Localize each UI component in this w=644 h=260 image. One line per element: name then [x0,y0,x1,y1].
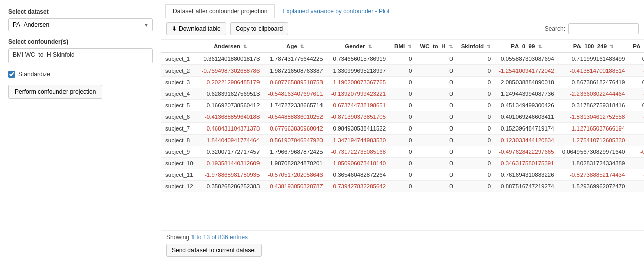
col-header-pa2[interactable]: PA_2… ⇅ [629,40,644,53]
table-cell: 1.802831724334389 [558,158,629,169]
col-header-pa100[interactable]: PA_100_249 ⇅ [558,40,629,53]
table-cell: -0.677663830960042 [264,123,327,135]
table-cell: 0.358268286252383 [198,181,264,192]
table-cell: 0 [457,53,495,65]
table-cell: -0.468431104371378 [198,123,264,135]
table-cell: 0 [390,123,416,135]
table-cell: -0.475 [629,65,644,77]
table-cell: -1.127165037666194 [558,123,629,135]
table-row: subject_50.1669207385604121.747272338665… [161,100,644,111]
table-cell: 0 [416,100,457,111]
toolbar: ⬇ Download table Copy to clipboard Searc… [161,18,644,40]
table-cell: -0.413688859640188 [198,111,264,123]
table-cell: 0 [390,181,416,192]
table-row: subject_120.358268286252383-0.4381930503… [161,181,644,192]
table-cell: -0.544888836010252 [264,111,327,123]
table-cell: 1.787431775644225 [264,53,327,65]
col-header-skinfold[interactable]: Skinfold ⇅ [457,40,495,53]
table-cell: -0.561907046547920 [264,135,327,146]
table-cell: 0 [416,53,457,65]
table-cell: 0.401069246603411 [495,111,558,123]
table-cell: 0 [416,65,457,77]
standardize-checkbox[interactable] [8,71,15,78]
table-cell: 1.249443994087736 [495,88,558,100]
table-cell: subject_9 [161,146,198,158]
table-cell: 0 [457,158,495,169]
tab-explained[interactable]: Explained variance by confounder - Plot [275,4,397,18]
col-header-andersen[interactable]: Andersen ⇅ [198,40,264,53]
table-row: subject_3-0.202212906485179-0.6077658895… [161,77,644,88]
select-dataset-label: Select dataset [8,8,153,15]
standardize-label: Standardize [18,71,50,78]
copy-label: Copy to clipboard [236,25,283,32]
table-cell: subject_10 [161,158,198,169]
download-label: Download table [179,25,221,32]
table-cell: 0 [390,135,416,146]
table-row: subject_11-1.978868981780935-0.570517202… [161,169,644,181]
table-cell: 0 [390,65,416,77]
confounders-box[interactable]: BMI WC_to_H Skinfold [8,48,153,63]
table-cell: 2.085038884890018 [495,77,558,88]
select-confounder-label: Select confounder(s) [8,38,153,45]
standardize-row: Standardize [8,71,153,78]
table-cell: 0 [457,100,495,111]
search-input[interactable] [568,23,639,34]
data-table: Andersen ⇅ Age ⇅ Gender ⇅ BMI ⇅ WC_to_H … [161,40,644,192]
table-cell: 1.987216508763387 [264,65,327,77]
table-cell: -0.0080 [629,146,644,158]
table-cell: -1.190200073367765 [327,77,390,88]
table-cell: subject_2 [161,65,198,77]
table-cell: -1.831304612752558 [558,111,629,123]
table-cell: 0 [390,111,416,123]
table-cell: 0 [416,181,457,192]
search-row: Search: [545,23,639,34]
table-cell: -0.739427832285642 [327,181,390,192]
table-cell: subject_11 [161,169,198,181]
table-cell: 1.987082824870201 [264,158,327,169]
table-cell: subject_8 [161,135,198,146]
table-cell: 0 [416,88,457,100]
table-cell: 0.867386182476419 [558,77,629,88]
table-row: subject_10.36124018800181731.78743177564… [161,53,644,65]
table-row: subject_6-0.413688859640188-0.5448888360… [161,111,644,123]
table-cell: 0.984930538411522 [327,123,390,135]
table-cell: 0.451349499300426 [495,100,558,111]
table-cell: -1.844040941774464 [198,135,264,146]
col-header-gender[interactable]: Gender ⇅ [327,40,390,53]
table-cell: -0.193581440312609 [198,158,264,169]
table-cell: subject_4 [161,88,198,100]
table-header-row: Andersen ⇅ Age ⇅ Gender ⇅ BMI ⇅ WC_to_H … [161,40,644,53]
table-cell: -1.920 [629,111,644,123]
table-cell: subject_5 [161,100,198,111]
table-cell: 0.711999161483499 [558,53,629,65]
dataset-select[interactable]: PA_Andersen [8,18,153,31]
table-cell: 0 [416,77,457,88]
table-cell: 0 [457,135,495,146]
download-button[interactable]: ⬇ Download table [166,22,226,35]
table-cell: -0.7594987302688786 [198,65,264,77]
table-container: Andersen ⇅ Age ⇅ Gender ⇅ BMI ⇅ WC_to_H … [161,40,644,230]
copy-button[interactable]: Copy to clipboard [230,22,288,35]
table-cell: subject_6 [161,111,198,123]
table-cell: -1.424 [629,169,644,181]
table-cell: 0.734656015786919 [327,53,390,65]
table-cell: 1.529369962072470 [558,181,629,192]
col-header-pa099[interactable]: PA_0_99 ⇅ [495,40,558,53]
table-cell: -0.731722735085168 [327,146,390,158]
col-header-bmi[interactable]: BMI ⇅ [390,40,416,53]
send-dataset-button[interactable]: Send dataset to current dataset [166,244,262,257]
col-header-wc[interactable]: WC_to_H ⇅ [416,40,457,53]
select-confounder-section: Select confounder(s) BMI WC_to_H Skinfol… [8,38,153,63]
table-cell: 0.152396484719174 [495,123,558,135]
table-cell: -0.673744738198651 [327,100,390,111]
project-button[interactable]: Perform confounder projection [8,85,102,99]
table-cell: 0 [457,65,495,77]
showing-highlight: 1 to 13 of 836 entries [191,234,248,241]
tab-dataset[interactable]: Dataset after confounder projection [165,4,275,18]
right-panel: Dataset after confounder projection Expl… [161,0,644,260]
table-cell: -1.978868981780935 [198,169,264,181]
table-cell: 0 [457,123,495,135]
col-header-age[interactable]: Age ⇅ [264,40,327,53]
table-cell: 0 [416,158,457,169]
download-icon: ⬇ [172,25,177,32]
